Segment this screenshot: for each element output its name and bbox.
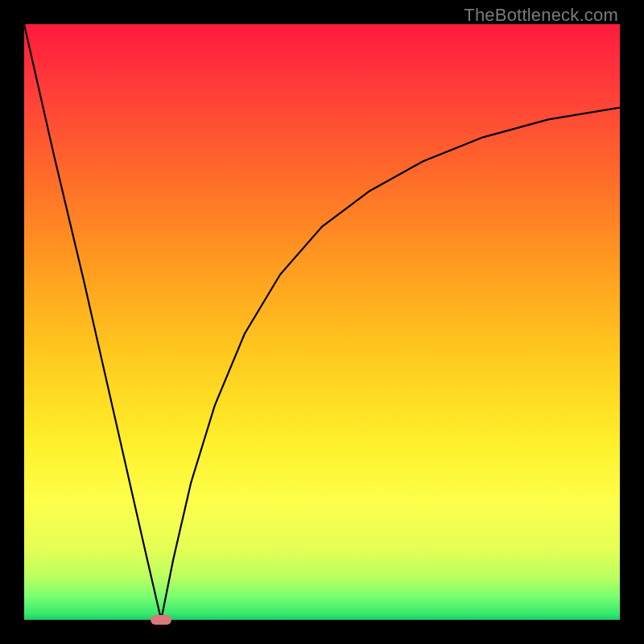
min-marker (151, 615, 171, 625)
left-descent-line (24, 24, 161, 620)
right-curve-line (161, 108, 620, 620)
chart-frame: TheBottleneck.com (0, 0, 644, 644)
watermark-text: TheBottleneck.com (464, 5, 618, 26)
plot-area (24, 24, 620, 620)
curve-layer (24, 24, 620, 620)
